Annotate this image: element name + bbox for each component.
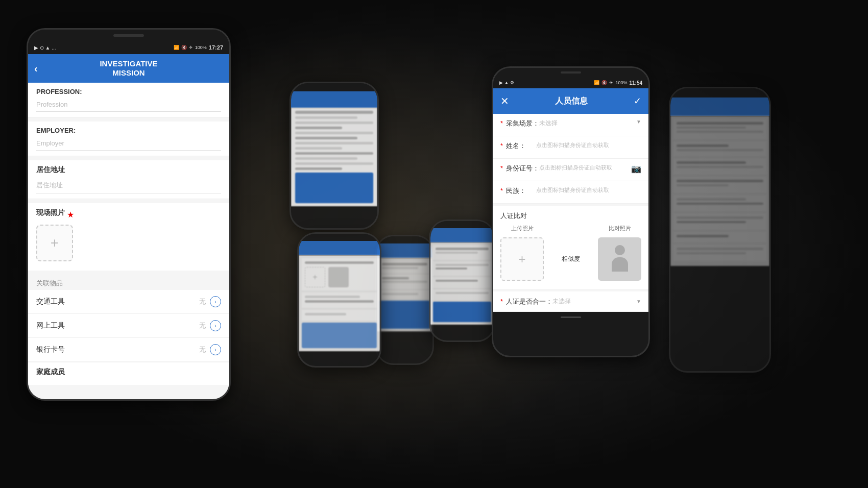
profession-label: PROFESSION: — [36, 88, 221, 95]
scene-value: 未选择 — [539, 119, 636, 128]
id-value: 点击图标扫描身份证自动获取 — [539, 164, 631, 172]
name-label: * 姓名： — [500, 141, 536, 151]
family-members-label: 家庭成员 — [36, 368, 221, 377]
face-compare-placeholder — [598, 237, 641, 281]
reninfo-app-header: ✕ 人员信息 ✓ — [493, 88, 648, 114]
transport-label: 交通工具 — [36, 297, 65, 306]
online-tools-item[interactable]: 网上工具 无 › — [28, 314, 229, 338]
online-tools-label: 网上工具 — [36, 321, 65, 330]
transport-value: 无 — [199, 297, 206, 306]
address-label: 居住地址 — [36, 165, 221, 175]
face-compare-boxes-row: + 相似度 — [500, 237, 641, 281]
chevron-right-icon: › — [214, 299, 216, 305]
face-compare-title: 人证比对 — [500, 211, 641, 221]
id-field[interactable]: * 身份证号： 点击图标扫描身份证自动获取 📷 — [493, 159, 648, 181]
id-match-row[interactable]: * 人证是否合一： 未选择 ▼ — [493, 291, 648, 312]
silhouette-head — [615, 245, 625, 255]
employer-label: EMPLOYER: — [36, 127, 221, 134]
bank-card-right: 无 › — [199, 344, 221, 355]
phone-middle-1 — [290, 82, 379, 230]
phone-right: ▶ ▲ ⚙ 📶 🔇 ✈ 100% 11:54 ✕ 人员信息 ✓ * 采集场景： … — [492, 66, 650, 357]
transport-item[interactable]: 交通工具 无 › — [28, 290, 229, 314]
app-header-main: ‹ INVESTIGATIVE MISSION — [28, 54, 229, 83]
associated-items-header: 关联物品 — [28, 275, 229, 290]
address-input[interactable]: 居住地址 — [36, 178, 221, 193]
face-upload-box[interactable]: + — [500, 237, 544, 281]
ethnicity-field[interactable]: * 民族： 点击图标扫描身份证自动获取 — [493, 181, 648, 204]
bank-card-chevron[interactable]: › — [210, 344, 221, 355]
phone-main: ▶ ⊙ ▲ ... 📶 🔇 ✈ 100% 17:27 ‹ INVESTIGATI… — [27, 28, 231, 401]
transport-right: 无 › — [199, 296, 221, 307]
status-right-icons: 📶 🔇 ✈ 100% 17:27 — [174, 44, 223, 51]
name-field[interactable]: * 姓名： 点击图标扫描身份证自动获取 — [493, 136, 648, 159]
photo-upload-button[interactable]: + — [36, 225, 73, 261]
confirm-button[interactable]: ✓ — [634, 95, 641, 107]
back-button[interactable]: ‹ — [34, 63, 38, 75]
scene-label: * 采集场景： — [500, 119, 539, 128]
compare-photo-label: 比对照片 — [598, 225, 641, 232]
face-compare-section: 人证比对 上传照片 比对照片 + 相似度 — [493, 206, 648, 289]
status-bar-main: ▶ ⊙ ▲ ... 📶 🔇 ✈ 100% 17:27 — [28, 41, 229, 54]
transport-chevron[interactable]: › — [210, 296, 221, 307]
face-upload-plus-icon: + — [518, 252, 525, 266]
similarity-label: 相似度 — [562, 255, 580, 263]
camera-icon[interactable]: 📷 — [631, 164, 641, 174]
status-left-right: ▶ ▲ ⚙ — [499, 80, 514, 85]
ethnicity-label: * 民族： — [500, 186, 536, 196]
phone-small-2 — [375, 235, 434, 365]
person-silhouette-icon — [610, 245, 630, 273]
face-compare-labels-row: 上传照片 比对照片 — [500, 225, 641, 234]
scene-field[interactable]: * 采集场景： 未选择 ▼ — [493, 114, 648, 136]
phone-middle-2: + — [297, 232, 381, 368]
id-label: * 身份证号： — [500, 164, 539, 173]
upload-photo-label: 上传照片 — [500, 225, 544, 232]
chevron-right-icon-3: › — [214, 347, 216, 353]
address-section: 居住地址 居住地址 — [28, 160, 229, 199]
profession-section: PROFESSION: Profession — [28, 83, 229, 117]
silhouette-body — [612, 257, 628, 272]
status-left-icons: ▶ ⊙ ▲ ... — [34, 45, 56, 51]
status-right-right: 📶 🔇 ✈ 100% 11:54 — [594, 80, 642, 86]
app-title: INVESTIGATIVE MISSION — [100, 59, 157, 78]
photo-label: 现场照片 — [36, 208, 65, 217]
close-button[interactable]: ✕ — [500, 95, 509, 107]
ethnicity-value: 点击图标扫描身份证自动获取 — [536, 186, 641, 194]
id-match-value: 未选择 — [552, 297, 636, 306]
family-members-section: 家庭成员 — [28, 362, 229, 385]
bank-card-value: 无 — [199, 345, 206, 354]
photo-section: 现场照片 ★ + — [28, 203, 229, 271]
online-tools-right: 无 › — [199, 320, 221, 331]
reninfo-form: * 采集场景： 未选择 ▼ * 姓名： 点击图标扫描身份证自动获取 * 身份证号… — [493, 114, 648, 312]
plus-icon: + — [51, 236, 59, 250]
reninfo-title: 人员信息 — [555, 96, 588, 107]
phone-far-right — [669, 87, 771, 373]
online-tools-chevron[interactable]: › — [210, 320, 221, 331]
bank-card-item[interactable]: 银行卡号 无 › — [28, 338, 229, 362]
phone-small-1 — [429, 219, 495, 342]
chevron-right-icon-2: › — [214, 323, 216, 329]
bank-card-label: 银行卡号 — [36, 345, 65, 354]
employer-input[interactable]: Employer — [36, 136, 221, 151]
name-value: 点击图标扫描身份证自动获取 — [536, 141, 641, 149]
id-match-dropdown-arrow: ▼ — [636, 299, 641, 304]
id-match-label: * 人证是否合一： — [500, 297, 552, 306]
profession-input[interactable]: Profession — [36, 97, 221, 112]
status-bar-right: ▶ ▲ ⚙ 📶 🔇 ✈ 100% 11:54 — [493, 77, 648, 88]
scene-dropdown-arrow: ▼ — [636, 119, 641, 125]
app-content-main: PROFESSION: Profession EMPLOYER: Employe… — [28, 83, 229, 401]
photo-required-star: ★ — [67, 210, 74, 219]
online-tools-value: 无 — [199, 321, 206, 330]
employer-section: EMPLOYER: Employer — [28, 121, 229, 156]
